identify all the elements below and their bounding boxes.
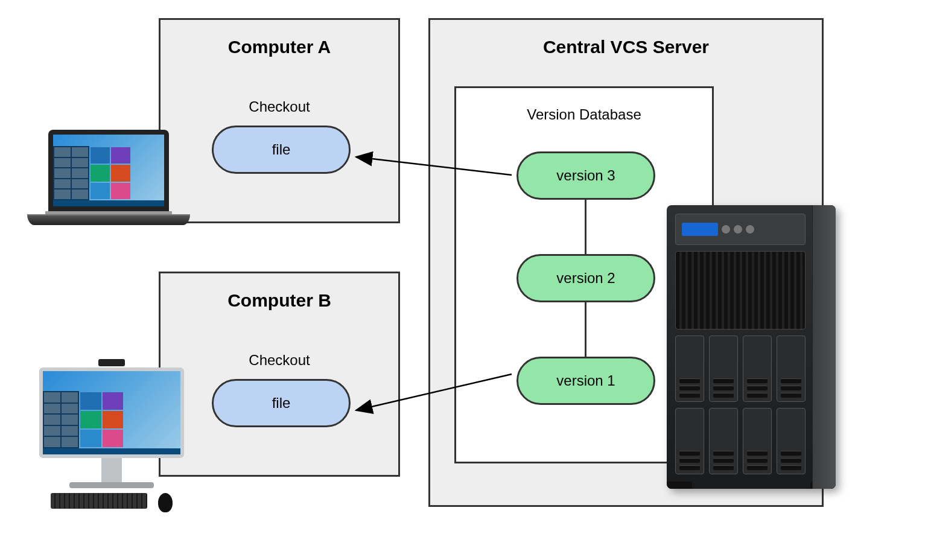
computer-a-title: Computer A	[160, 37, 398, 57]
computer-a-panel: Computer A Checkout file	[159, 18, 400, 223]
computer-a-file-pill: file	[212, 126, 351, 174]
server-title: Central VCS Server	[430, 37, 822, 57]
computer-b-file-text: file	[272, 395, 291, 412]
computer-b-file-pill: file	[212, 379, 351, 427]
server-tower-icon	[667, 205, 836, 489]
laptop-icon	[27, 130, 190, 225]
version-3-pill: version 3	[516, 151, 655, 200]
desktop-icon	[33, 359, 190, 512]
computer-b-panel: Computer B Checkout file	[159, 272, 400, 477]
version-2-text: version 2	[556, 270, 615, 287]
version-database-label: Version Database	[456, 106, 712, 123]
computer-a-checkout-label: Checkout	[160, 98, 398, 115]
computer-a-file-text: file	[272, 141, 291, 158]
computer-b-title: Computer B	[160, 290, 398, 311]
computer-b-checkout-label: Checkout	[160, 352, 398, 369]
connector-v2-v1	[585, 302, 586, 357]
version-3-text: version 3	[556, 167, 615, 184]
version-2-pill: version 2	[516, 254, 655, 302]
connector-v3-v2	[585, 200, 586, 254]
version-1-text: version 1	[556, 372, 615, 389]
version-1-pill: version 1	[516, 357, 655, 405]
